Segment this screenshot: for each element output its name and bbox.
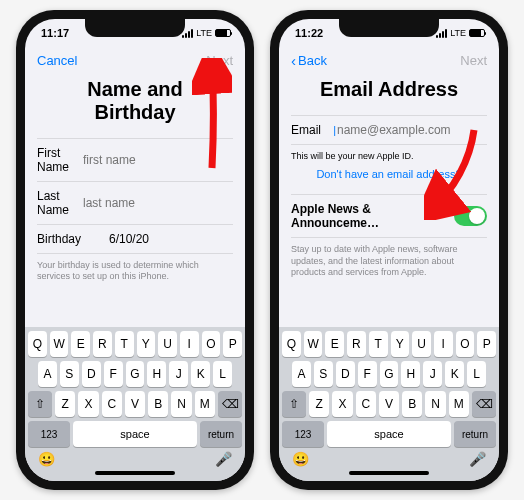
return-key[interactable]: return xyxy=(200,421,242,447)
next-button[interactable]: Next xyxy=(206,53,233,68)
key-w[interactable]: W xyxy=(304,331,323,357)
news-toggle[interactable] xyxy=(454,206,487,226)
space-key[interactable]: space xyxy=(327,421,451,447)
key-h[interactable]: H xyxy=(401,361,420,387)
key-m[interactable]: M xyxy=(449,391,469,417)
home-indicator[interactable] xyxy=(349,471,429,475)
keyboard[interactable]: QWERTYUIOP ASDFGHJKL ⇧ ZXCVBNM ⌫ 123 spa… xyxy=(25,327,245,481)
key-g[interactable]: G xyxy=(380,361,399,387)
shift-key[interactable]: ⇧ xyxy=(28,391,52,417)
key-j[interactable]: J xyxy=(169,361,188,387)
cancel-button[interactable]: Cancel xyxy=(37,53,77,68)
screen-right: 11:22 LTE ‹ Back Next Email Address Emai… xyxy=(279,19,499,481)
network-label: LTE xyxy=(450,28,466,38)
form: Email | This will be your new Apple ID. … xyxy=(279,115,499,327)
key-i[interactable]: I xyxy=(434,331,453,357)
news-toggle-row: Apple News & Announceme… xyxy=(291,194,487,238)
key-c[interactable]: C xyxy=(356,391,376,417)
key-n[interactable]: N xyxy=(171,391,191,417)
key-b[interactable]: B xyxy=(402,391,422,417)
status-right: LTE xyxy=(436,28,485,38)
return-key[interactable]: return xyxy=(454,421,496,447)
kb-row-4: 123 space return xyxy=(28,421,242,447)
key-t[interactable]: T xyxy=(369,331,388,357)
mic-icon[interactable]: 🎤 xyxy=(215,451,232,467)
birthday-value[interactable]: 6/10/20 xyxy=(109,232,233,246)
key-f[interactable]: F xyxy=(104,361,123,387)
key-q[interactable]: Q xyxy=(28,331,47,357)
emoji-icon[interactable]: 😀 xyxy=(38,451,55,467)
keyboard[interactable]: QWERTYUIOP ASDFGHJKL ⇧ ZXCVBNM ⌫ 123 spa… xyxy=(279,327,499,481)
key-e[interactable]: E xyxy=(71,331,90,357)
page-title: Name and Birthday xyxy=(25,72,245,138)
key-s[interactable]: S xyxy=(314,361,333,387)
kb-row-4: 123 space return xyxy=(282,421,496,447)
apple-id-note: This will be your new Apple ID. xyxy=(291,145,487,162)
key-k[interactable]: K xyxy=(445,361,464,387)
numbers-key[interactable]: 123 xyxy=(282,421,324,447)
last-name-field[interactable] xyxy=(83,196,233,210)
kb-row-3-letters: ZXCVBNM xyxy=(55,391,215,417)
key-l[interactable]: L xyxy=(213,361,232,387)
key-i[interactable]: I xyxy=(180,331,199,357)
key-u[interactable]: U xyxy=(158,331,177,357)
home-indicator[interactable] xyxy=(95,471,175,475)
key-r[interactable]: R xyxy=(93,331,112,357)
backspace-key[interactable]: ⌫ xyxy=(472,391,496,417)
key-f[interactable]: F xyxy=(358,361,377,387)
key-a[interactable]: A xyxy=(292,361,311,387)
key-a[interactable]: A xyxy=(38,361,57,387)
first-name-row[interactable]: First Name xyxy=(37,138,233,182)
key-n[interactable]: N xyxy=(425,391,445,417)
key-b[interactable]: B xyxy=(148,391,168,417)
title-line-1: Name and xyxy=(87,78,183,100)
key-y[interactable]: Y xyxy=(391,331,410,357)
battery-icon xyxy=(215,29,231,37)
emoji-icon[interactable]: 😀 xyxy=(292,451,309,467)
kb-bottom-bar: 😀 🎤 xyxy=(282,447,496,467)
key-d[interactable]: D xyxy=(336,361,355,387)
notch xyxy=(85,19,185,37)
first-name-field[interactable] xyxy=(83,153,233,167)
key-e[interactable]: E xyxy=(325,331,344,357)
key-j[interactable]: J xyxy=(423,361,442,387)
key-k[interactable]: K xyxy=(191,361,210,387)
backspace-key[interactable]: ⌫ xyxy=(218,391,242,417)
key-h[interactable]: H xyxy=(147,361,166,387)
key-o[interactable]: O xyxy=(456,331,475,357)
key-s[interactable]: S xyxy=(60,361,79,387)
key-m[interactable]: M xyxy=(195,391,215,417)
key-q[interactable]: Q xyxy=(282,331,301,357)
email-row[interactable]: Email | xyxy=(291,115,487,145)
key-p[interactable]: P xyxy=(223,331,242,357)
key-l[interactable]: L xyxy=(467,361,486,387)
back-button[interactable]: ‹ Back xyxy=(291,53,327,68)
key-o[interactable]: O xyxy=(202,331,221,357)
key-w[interactable]: W xyxy=(50,331,69,357)
shift-key[interactable]: ⇧ xyxy=(282,391,306,417)
key-r[interactable]: R xyxy=(347,331,366,357)
mic-icon[interactable]: 🎤 xyxy=(469,451,486,467)
next-button[interactable]: Next xyxy=(460,53,487,68)
key-x[interactable]: X xyxy=(332,391,352,417)
last-name-row[interactable]: Last Name xyxy=(37,182,233,225)
key-y[interactable]: Y xyxy=(137,331,156,357)
key-c[interactable]: C xyxy=(102,391,122,417)
status-time: 11:17 xyxy=(41,27,69,39)
key-z[interactable]: Z xyxy=(309,391,329,417)
key-x[interactable]: X xyxy=(78,391,98,417)
key-g[interactable]: G xyxy=(126,361,145,387)
key-v[interactable]: V xyxy=(125,391,145,417)
numbers-key[interactable]: 123 xyxy=(28,421,70,447)
key-u[interactable]: U xyxy=(412,331,431,357)
no-email-link[interactable]: Don't have an email address? xyxy=(291,162,487,190)
birthday-row[interactable]: Birthday 6/10/20 xyxy=(37,225,233,254)
key-z[interactable]: Z xyxy=(55,391,75,417)
key-p[interactable]: P xyxy=(477,331,496,357)
key-d[interactable]: D xyxy=(82,361,101,387)
screen-left: 11:17 LTE Cancel Next Name and Birthday … xyxy=(25,19,245,481)
key-t[interactable]: T xyxy=(115,331,134,357)
email-field[interactable] xyxy=(337,123,487,137)
key-v[interactable]: V xyxy=(379,391,399,417)
space-key[interactable]: space xyxy=(73,421,197,447)
